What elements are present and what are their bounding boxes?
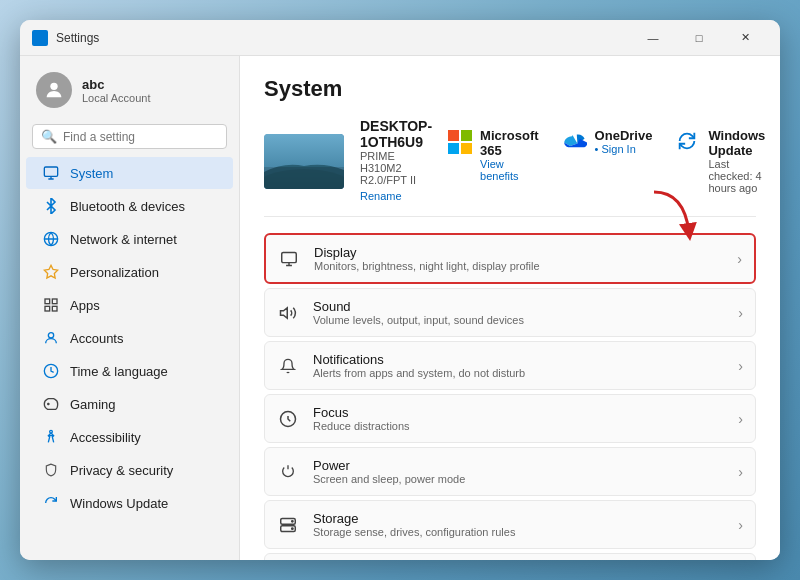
- storage-sub: Storage sense, drives, configuration rul…: [313, 526, 724, 538]
- notifications-sub: Alerts from apps and system, do not dist…: [313, 367, 724, 379]
- sidebar-label-bluetooth: Bluetooth & devices: [70, 199, 185, 214]
- display-title: Display: [314, 245, 723, 260]
- settings-row-notifications[interactable]: Notifications Alerts from apps and syste…: [264, 341, 756, 390]
- settings-row-nearby[interactable]: Nearby sharing Discoverability, received…: [264, 553, 756, 560]
- network-icon: [42, 230, 60, 248]
- svg-marker-17: [281, 307, 288, 318]
- settings-row-sound[interactable]: Sound Volume levels, output, input, soun…: [264, 288, 756, 337]
- time-icon: [42, 362, 60, 380]
- sidebar-item-personalization[interactable]: Personalization: [26, 256, 233, 288]
- svg-rect-1: [44, 167, 57, 176]
- close-button[interactable]: ✕: [722, 20, 768, 56]
- window-controls: — □ ✕: [630, 20, 768, 56]
- onedrive-sub[interactable]: • Sign In: [595, 143, 653, 155]
- window-title: Settings: [56, 31, 630, 45]
- rename-link[interactable]: Rename: [360, 190, 402, 202]
- svg-rect-12: [448, 130, 459, 141]
- focus-icon: [277, 408, 299, 430]
- sidebar-item-accounts[interactable]: Accounts: [26, 322, 233, 354]
- power-text: Power Screen and sleep, power mode: [313, 458, 724, 485]
- system-icon: [42, 164, 60, 182]
- svg-rect-15: [461, 143, 472, 154]
- svg-point-7: [48, 333, 53, 338]
- sidebar-label-privacy: Privacy & security: [70, 463, 173, 478]
- winupdate-item: Windows Update Last checked: 4 hours ago: [676, 128, 765, 194]
- svg-rect-6: [52, 306, 57, 311]
- gaming-icon: [42, 395, 60, 413]
- ms365-item: Microsoft 365 View benefits: [448, 128, 539, 182]
- settings-window: Settings — □ ✕ abc Local Account 🔍: [20, 20, 780, 560]
- page-title: System: [264, 76, 756, 102]
- privacy-icon: [42, 461, 60, 479]
- accessibility-icon: [42, 428, 60, 446]
- minimize-button[interactable]: —: [630, 20, 676, 56]
- winupdate-text: Windows Update Last checked: 4 hours ago: [708, 128, 765, 194]
- sound-icon: [277, 302, 299, 324]
- sidebar-item-update[interactable]: Windows Update: [26, 487, 233, 519]
- display-text: Display Monitors, brightness, night ligh…: [314, 245, 723, 272]
- maximize-button[interactable]: □: [676, 20, 722, 56]
- notifications-icon: [277, 355, 299, 377]
- sidebar-label-time: Time & language: [70, 364, 168, 379]
- focus-title: Focus: [313, 405, 724, 420]
- app-icon: [32, 30, 48, 46]
- sidebar-label-network: Network & internet: [70, 232, 177, 247]
- sidebar-item-apps[interactable]: Apps: [26, 289, 233, 321]
- sidebar-item-accessibility[interactable]: Accessibility: [26, 421, 233, 453]
- power-sub: Screen and sleep, power mode: [313, 473, 724, 485]
- svg-rect-5: [45, 306, 50, 311]
- main-content: abc Local Account 🔍 System Bluetooth: [20, 56, 780, 560]
- personalization-icon: [42, 263, 60, 281]
- svg-point-9: [50, 430, 53, 433]
- settings-row-display[interactable]: Display Monitors, brightness, night ligh…: [264, 233, 756, 284]
- storage-title: Storage: [313, 511, 724, 526]
- sidebar-item-network[interactable]: Network & internet: [26, 223, 233, 255]
- svg-rect-3: [45, 299, 50, 304]
- winupdate-title: Windows Update: [708, 128, 765, 158]
- winupdate-logo: [676, 130, 700, 154]
- storage-chevron: ›: [738, 517, 743, 533]
- ms365-text: Microsoft 365 View benefits: [480, 128, 539, 182]
- profile-info: abc Local Account: [82, 77, 151, 104]
- onedrive-text: OneDrive • Sign In: [595, 128, 653, 155]
- ms365-logo: [448, 130, 472, 154]
- display-chevron: ›: [737, 251, 742, 267]
- sidebar-item-gaming[interactable]: Gaming: [26, 388, 233, 420]
- sound-text: Sound Volume levels, output, input, soun…: [313, 299, 724, 326]
- main-panel: System: [240, 56, 780, 560]
- sidebar-item-privacy[interactable]: Privacy & security: [26, 454, 233, 486]
- notifications-text: Notifications Alerts from apps and syste…: [313, 352, 724, 379]
- sidebar-label-gaming: Gaming: [70, 397, 116, 412]
- storage-icon: [277, 514, 299, 536]
- power-chevron: ›: [738, 464, 743, 480]
- sidebar-label-accounts: Accounts: [70, 331, 123, 346]
- sidebar-item-system[interactable]: System: [26, 157, 233, 189]
- power-icon: [277, 461, 299, 483]
- sound-sub: Volume levels, output, input, sound devi…: [313, 314, 724, 326]
- onedrive-title: OneDrive: [595, 128, 653, 143]
- search-input[interactable]: [63, 130, 218, 144]
- settings-row-power[interactable]: Power Screen and sleep, power mode ›: [264, 447, 756, 496]
- bluetooth-icon: [42, 197, 60, 215]
- device-image: [264, 134, 344, 189]
- ms365-sub[interactable]: View benefits: [480, 158, 539, 182]
- accounts-icon: [42, 329, 60, 347]
- search-box[interactable]: 🔍: [32, 124, 227, 149]
- update-icon: [42, 494, 60, 512]
- sidebar-item-bluetooth[interactable]: Bluetooth & devices: [26, 190, 233, 222]
- notifications-title: Notifications: [313, 352, 724, 367]
- apps-icon: [42, 296, 60, 314]
- svg-rect-13: [461, 130, 472, 141]
- sidebar-label-accessibility: Accessibility: [70, 430, 141, 445]
- svg-point-21: [292, 520, 293, 521]
- sidebar-item-time[interactable]: Time & language: [26, 355, 233, 387]
- sound-title: Sound: [313, 299, 724, 314]
- power-title: Power: [313, 458, 724, 473]
- sidebar-label-apps: Apps: [70, 298, 100, 313]
- settings-row-storage[interactable]: Storage Storage sense, drives, configura…: [264, 500, 756, 549]
- svg-point-22: [292, 527, 293, 528]
- settings-row-focus[interactable]: Focus Reduce distractions ›: [264, 394, 756, 443]
- svg-point-11: [264, 169, 344, 189]
- storage-text: Storage Storage sense, drives, configura…: [313, 511, 724, 538]
- focus-text: Focus Reduce distractions: [313, 405, 724, 432]
